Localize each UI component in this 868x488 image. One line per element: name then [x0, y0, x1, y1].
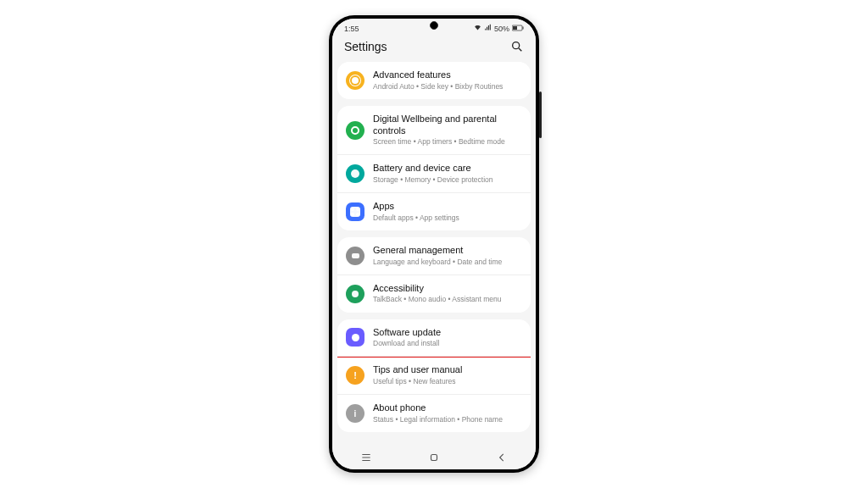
settings-item-tips[interactable]: ! Tips and user manual Useful tips • New… [337, 356, 531, 394]
svg-rect-1 [513, 26, 517, 30]
accessibility-icon [346, 285, 364, 303]
item-subtitle: TalkBack • Mono audio • Assistant menu [373, 295, 522, 304]
wifi-icon [474, 24, 481, 33]
item-title: Digital Wellbeing and parental controls [373, 114, 522, 137]
item-title: Advanced features [373, 69, 522, 81]
item-subtitle: Download and install [373, 339, 522, 348]
item-title: Software update [373, 327, 522, 339]
settings-group: Advanced features Android Auto • Side ke… [337, 62, 531, 99]
battery-care-icon [346, 164, 364, 183]
header: Settings [332, 35, 536, 62]
digital-wellbeing-icon [346, 121, 364, 140]
item-title: General management [373, 245, 522, 257]
svg-line-4 [519, 48, 521, 51]
settings-item-software-update[interactable]: Software update Download and install [337, 319, 531, 358]
item-subtitle: Android Auto • Side key • Bixby Routines [373, 82, 522, 92]
item-subtitle: Default apps • App settings [373, 214, 522, 223]
clock: 1:55 [344, 25, 359, 33]
settings-item-battery-device-care[interactable]: Battery and device care Storage • Memory… [337, 154, 531, 192]
settings-list[interactable]: Advanced features Android Auto • Side ke… [332, 62, 536, 432]
settings-item-advanced-features[interactable]: Advanced features Android Auto • Side ke… [337, 62, 531, 99]
svg-rect-2 [523, 26, 524, 29]
item-title: Battery and device care [373, 163, 522, 175]
item-title: About phone [373, 402, 522, 414]
settings-item-general-management[interactable]: General management Language and keyboard… [337, 237, 531, 274]
settings-group: Software update Download and install ! T… [337, 319, 531, 432]
item-title: Accessibility [373, 283, 522, 295]
home-button[interactable] [421, 452, 447, 463]
phone-frame: 1:55 50% Settings [329, 15, 539, 473]
item-subtitle: Useful tips • New features [373, 377, 522, 386]
svg-point-3 [513, 42, 520, 49]
front-camera [430, 21, 438, 30]
item-subtitle: Status • Legal information • Phone name [373, 415, 522, 424]
item-title: Tips and user manual [373, 364, 522, 376]
settings-group: Digital Wellbeing and parental controls … [337, 106, 531, 230]
tips-icon: ! [346, 366, 364, 385]
software-update-icon [346, 328, 364, 347]
svg-rect-8 [431, 455, 437, 461]
signal-icon [484, 24, 492, 33]
settings-item-apps[interactable]: Apps Default apps • App settings [337, 192, 531, 230]
page-title: Settings [344, 40, 387, 53]
advanced-features-icon [346, 71, 364, 90]
item-subtitle: Screen time • App timers • Bedtime mode [373, 137, 522, 147]
back-button[interactable] [489, 452, 515, 463]
recents-button[interactable] [353, 452, 379, 463]
settings-item-digital-wellbeing[interactable]: Digital Wellbeing and parental controls … [337, 106, 531, 155]
general-management-icon [346, 247, 364, 265]
battery-icon [512, 25, 524, 33]
screen: 1:55 50% Settings [332, 19, 536, 469]
settings-item-accessibility[interactable]: Accessibility TalkBack • Mono audio • As… [337, 274, 531, 313]
settings-group: General management Language and keyboard… [337, 237, 531, 313]
search-icon[interactable] [510, 40, 524, 53]
settings-item-about-phone[interactable]: i About phone Status • Legal information… [337, 394, 531, 432]
item-title: Apps [373, 201, 522, 213]
item-subtitle: Language and keyboard • Date and time [373, 258, 522, 267]
about-phone-icon: i [346, 404, 364, 423]
battery-text: 50% [494, 25, 509, 33]
navigation-bar [332, 446, 536, 469]
item-subtitle: Storage • Memory • Device protection [373, 175, 522, 185]
apps-icon [346, 202, 364, 221]
